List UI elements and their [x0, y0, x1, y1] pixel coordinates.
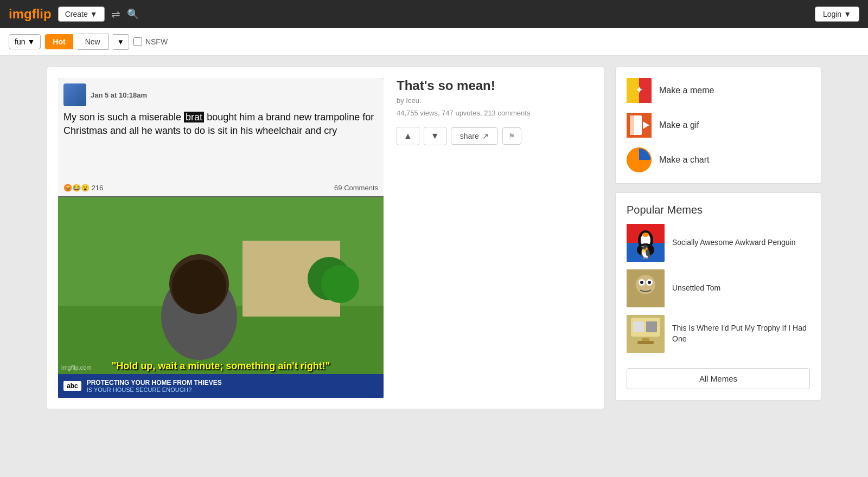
- meme-thumb-saap: [627, 224, 665, 262]
- logo[interactable]: imgflip: [9, 7, 52, 22]
- new-tab[interactable]: New: [78, 34, 108, 50]
- header-left: imgflip Create ▼ ⇌ 🔍: [9, 7, 139, 22]
- svg-rect-13: [630, 115, 634, 135]
- fb-date: Jan 5 at 10:18am: [91, 91, 147, 99]
- meme-name-tom: Unsettled Tom: [672, 283, 720, 294]
- svg-point-20: [637, 243, 654, 256]
- meme-thumb-tom: [627, 269, 665, 307]
- meme-item-saap[interactable]: Socially Awesome Awkward Penguin: [627, 224, 810, 262]
- make-meme-item[interactable]: ✦ Make a meme: [627, 78, 810, 103]
- reaction-icons: 😡😂😮: [63, 184, 92, 192]
- news-title: PROTECTING YOUR HOME FROM THIEVES: [87, 379, 222, 386]
- video-news-text: PROTECTING YOUR HOME FROM THIEVES IS YOU…: [87, 379, 222, 393]
- nsfw-label[interactable]: NSFW: [133, 37, 168, 46]
- abc-badge: abc: [63, 381, 81, 391]
- header: imgflip Create ▼ ⇌ 🔍 Login ▼: [0, 0, 868, 28]
- post-image-placeholder: Jan 5 at 10:18am My son is such a misera…: [58, 78, 384, 398]
- fb-post-text: My son is such a miserable brat bought h…: [63, 111, 378, 138]
- post-title: That's so mean!: [397, 78, 593, 93]
- meme-name-trophy: This Is Where I'd Put My Trophy If I Had…: [672, 323, 810, 344]
- make-tools-card: ✦ Make a meme Make a gif: [615, 67, 821, 184]
- svg-point-4: [321, 265, 359, 303]
- meme-name-saap: Socially Awesome Awkward Penguin: [672, 237, 796, 248]
- fb-post-section: Jan 5 at 10:18am My son is such a misera…: [58, 78, 384, 197]
- sidebar: ✦ Make a meme Make a gif: [615, 67, 821, 409]
- chevron-down-icon: ▼: [90, 10, 98, 18]
- make-meme-icon: ✦: [627, 78, 652, 103]
- login-button[interactable]: Login ▼: [815, 7, 859, 22]
- fb-post-header: Jan 5 at 10:18am: [63, 83, 378, 106]
- meme-thumb-trophy: [627, 315, 665, 353]
- imgflip-watermark: imgflip.com: [61, 364, 92, 371]
- share-button[interactable]: share ↗: [451, 127, 498, 145]
- post-image: Jan 5 at 10:18am My son is such a misera…: [58, 78, 384, 398]
- svg-rect-17: [627, 243, 665, 262]
- create-button[interactable]: Create ▼: [58, 7, 105, 22]
- chevron-down-icon-fun: ▼: [27, 37, 35, 46]
- svg-rect-33: [637, 341, 654, 344]
- flag-icon: ⚑: [508, 132, 515, 140]
- svg-text:✦: ✦: [635, 85, 643, 95]
- meme-item-trophy[interactable]: This Is Where I'd Put My Trophy If I Had…: [627, 315, 810, 353]
- post-info: That's so mean! by Iceu. 44,755 views, 7…: [397, 78, 593, 398]
- video-caption: "Hold up, wait a minute; something ain't…: [58, 360, 384, 372]
- login-label: Login: [823, 10, 841, 18]
- make-meme-label: Make a meme: [659, 86, 714, 95]
- all-memes-button[interactable]: All Memes: [627, 368, 810, 389]
- video-lower-bar: abc PROTECTING YOUR HOME FROM THIEVES IS…: [58, 374, 384, 398]
- news-sub: IS YOUR HOUSE SECURE ENOUGH?: [87, 386, 222, 393]
- nsfw-checkbox[interactable]: [133, 37, 142, 46]
- fb-reaction-count: 216: [92, 184, 104, 192]
- chevron-down-icon-new: ▼: [117, 38, 124, 46]
- content: Jan 5 at 10:18am My son is such a misera…: [47, 67, 604, 409]
- nsfw-text: NSFW: [145, 37, 168, 46]
- make-gif-icon: [627, 113, 652, 138]
- create-label: Create: [65, 10, 88, 18]
- share-label: share: [460, 132, 479, 140]
- fb-text-pre: My son is such a miserable: [63, 112, 184, 123]
- popular-memes-title: Popular Memes: [627, 204, 810, 216]
- downvote-button[interactable]: ▼: [424, 127, 446, 145]
- post-actions: ▲ ▼ share ↗ ⚑: [397, 127, 593, 145]
- svg-point-21: [642, 233, 649, 237]
- svg-point-26: [640, 281, 643, 284]
- new-dropdown[interactable]: ▼: [113, 34, 129, 50]
- search-icon[interactable]: 🔍: [127, 8, 139, 20]
- fb-meta: Jan 5 at 10:18am: [91, 91, 147, 99]
- shuffle-icon[interactable]: ⇌: [111, 8, 120, 21]
- make-chart-label: Make a chart: [659, 155, 709, 165]
- logo-flip: flip: [32, 7, 52, 21]
- video-background: "Hold up, wait a minute; something ain't…: [58, 197, 384, 398]
- fb-avatar: [63, 83, 86, 106]
- make-gif-item[interactable]: Make a gif: [627, 113, 810, 138]
- fb-comments: 69 Comments: [334, 184, 378, 192]
- fb-reactions: 😡😂😮 216: [63, 184, 103, 192]
- filter-bar: fun ▼ Hot New ▼ NSFW: [0, 28, 868, 56]
- svg-point-27: [648, 281, 651, 284]
- make-chart-item[interactable]: Make a chart: [627, 147, 810, 172]
- logo-img: img: [9, 7, 32, 21]
- main: Jan 5 at 10:18am My son is such a misera…: [38, 56, 830, 420]
- popular-memes-card: Popular Memes Socially Awesome Awkward P…: [615, 192, 821, 401]
- post-card: Jan 5 at 10:18am My son is such a misera…: [47, 67, 604, 409]
- make-gif-label: Make a gif: [659, 120, 699, 130]
- share-icon: ↗: [482, 132, 489, 140]
- make-chart-icon: [627, 147, 652, 172]
- svg-rect-31: [646, 321, 657, 332]
- post-author: by Iceu.: [397, 96, 593, 105]
- video-section: "Hold up, wait a minute; something ain't…: [58, 197, 384, 398]
- post-stats: 44,755 views, 747 upvotes, 213 comments: [397, 109, 593, 117]
- fb-brat: brat: [184, 112, 204, 123]
- fun-dropdown[interactable]: fun ▼: [9, 34, 41, 49]
- fun-label: fun: [15, 37, 25, 46]
- meme-item-tom[interactable]: Unsettled Tom: [627, 269, 810, 307]
- svg-point-7: [172, 260, 226, 314]
- flag-button[interactable]: ⚑: [502, 127, 521, 145]
- svg-rect-32: [642, 338, 649, 341]
- hot-tab[interactable]: Hot: [45, 34, 73, 49]
- upvote-button[interactable]: ▲: [397, 127, 419, 145]
- chevron-down-icon-login: ▼: [844, 10, 851, 18]
- svg-rect-30: [633, 321, 644, 332]
